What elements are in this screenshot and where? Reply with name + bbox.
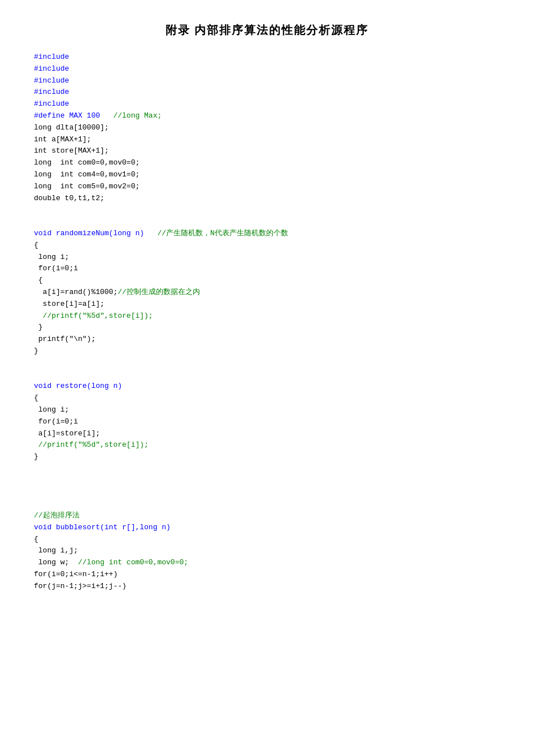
code-block: #include #include #include #include #inc…	[34, 51, 500, 593]
page-title: 附录 内部排序算法的性能分析源程序	[34, 23, 500, 38]
